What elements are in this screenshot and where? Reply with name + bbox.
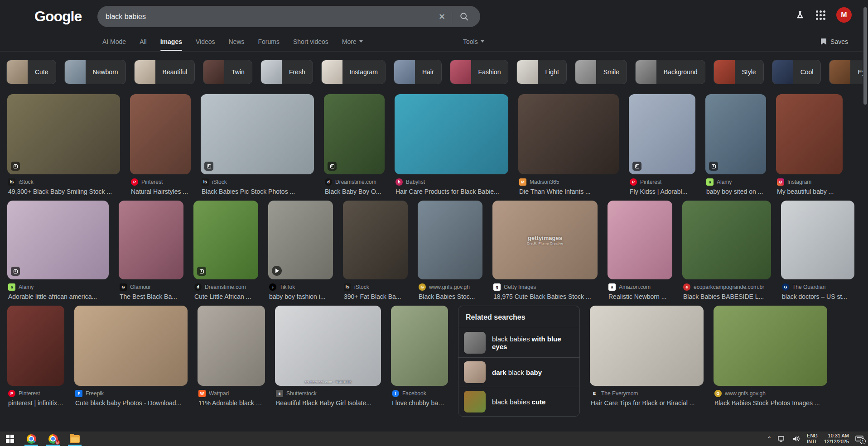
result-thumbnail[interactable] — [130, 94, 191, 174]
search-icon[interactable] — [452, 12, 472, 22]
result-thumbnail[interactable] — [714, 306, 827, 386]
labs-icon[interactable] — [795, 10, 805, 20]
result-title[interactable]: Die Than White Infants ... — [519, 188, 618, 195]
saves-button[interactable]: Saves — [820, 32, 848, 51]
result-title[interactable]: Realistic Newborn ... — [608, 293, 671, 300]
image-result[interactable]: PPinterestFly Kidss | Adorabl... — [629, 94, 695, 195]
image-result[interactable]: ♪TikTokbaby boy fashion i... — [268, 201, 333, 300]
filter-chip-instagram[interactable]: Instagram — [321, 60, 386, 84]
filter-chip-cool[interactable]: Cool — [772, 60, 821, 84]
speaker-icon[interactable] — [792, 436, 800, 442]
result-title[interactable]: baby boy sited on ... — [706, 188, 765, 195]
scrollbar-thumb[interactable] — [863, 7, 867, 105]
tools-button[interactable]: Tools — [463, 32, 484, 51]
apps-grid-icon[interactable] — [816, 10, 825, 20]
result-thumbnail[interactable] — [198, 306, 265, 386]
result-title[interactable]: 18,975 Cute Black Babies Stock ... — [493, 293, 597, 300]
filter-chip-cute[interactable]: Cute — [6, 60, 56, 84]
tab-more[interactable]: More — [342, 32, 363, 51]
search-input[interactable] — [106, 13, 432, 21]
language-indicator[interactable]: ENG INTL — [807, 433, 818, 445]
result-thumbnail[interactable] — [776, 94, 843, 174]
result-title[interactable]: Hair Care Products for Black Babie... — [395, 188, 507, 195]
filter-chip-background[interactable]: Background — [635, 60, 705, 84]
image-result[interactable]: aAmazon.comRealistic Newborn ... — [608, 201, 672, 300]
tab-news[interactable]: News — [229, 32, 245, 51]
result-title[interactable]: Black Babies BABESIDE L... — [683, 293, 770, 300]
image-result[interactable]: fFacebookI love chubby babi... — [391, 306, 448, 407]
result-title[interactable]: Hair Care Tips for Black or Biracial ... — [591, 399, 703, 407]
image-result[interactable]: ⊙InstagramMy beautiful baby ... — [776, 94, 843, 195]
taskbar-chrome[interactable] — [21, 432, 42, 446]
related-search-item[interactable]: black babies cute — [458, 387, 579, 416]
result-title[interactable]: Fly Kidss | Adorabl... — [630, 188, 694, 195]
result-thumbnail[interactable] — [629, 94, 695, 174]
image-result[interactable]: WWattpad11% Adorable black ba... — [198, 306, 265, 407]
image-result[interactable]: GThe Guardianblack doctors – US st... — [781, 201, 854, 300]
tab-forums[interactable]: Forums — [258, 32, 280, 51]
search-box[interactable]: ✕ — [97, 6, 480, 27]
result-thumbnail[interactable] — [324, 94, 385, 174]
image-result[interactable]: FFreepikCute black baby Photos - Downloa… — [74, 306, 188, 407]
result-title[interactable]: 49,300+ Black Baby Smiling Stock ... — [8, 188, 119, 195]
result-thumbnail[interactable] — [682, 201, 771, 279]
result-thumbnail[interactable]: shutterstock.com · 78481036 — [275, 306, 381, 386]
result-title[interactable]: The Best Black Ba... — [120, 293, 183, 300]
result-thumbnail[interactable] — [391, 306, 448, 386]
image-result[interactable]: iSiStockBlack Babies Pic Stock Photos ..… — [201, 94, 314, 195]
filter-chip-hair[interactable]: Hair — [394, 60, 442, 84]
result-thumbnail[interactable] — [7, 94, 120, 174]
image-result[interactable]: iSiStock390+ Fat Black Ba... — [343, 201, 408, 300]
image-result[interactable]: Gwww.gnfs.gov.ghBlack Babies Stock Photo… — [714, 306, 827, 407]
result-title[interactable]: Beautiful Black Baby Girl Isolate... — [276, 399, 380, 407]
result-title[interactable]: baby boy fashion i... — [269, 293, 332, 300]
account-avatar[interactable]: M — [836, 7, 852, 23]
filter-chip-style[interactable]: Style — [714, 60, 764, 84]
tab-images[interactable]: Images — [160, 32, 182, 51]
image-result[interactable]: EThe EverymomHair Care Tips for Black or… — [590, 306, 704, 407]
result-title[interactable]: Black Babies Stock Photos Images ... — [714, 399, 826, 407]
clock[interactable]: 10:31 AM 12/12/2025 — [824, 433, 849, 445]
result-title[interactable]: My beautiful baby ... — [777, 188, 842, 195]
result-title[interactable]: Black Babies Stoc... — [419, 293, 482, 300]
scrollbar[interactable] — [863, 0, 868, 432]
result-title[interactable]: Black Baby Boy O... — [325, 188, 384, 195]
result-thumbnail[interactable] — [7, 201, 109, 279]
image-result[interactable]: eecoparkcampogrande.com.brBlack Babies B… — [682, 201, 771, 300]
filter-chip-twin[interactable]: Twin — [203, 60, 252, 84]
result-thumbnail[interactable] — [7, 306, 64, 386]
result-title[interactable]: pinterest | infinitixk... — [8, 399, 63, 407]
result-thumbnail[interactable] — [608, 201, 672, 279]
result-title[interactable]: 11% Adorable black ba... — [198, 399, 264, 407]
result-title[interactable]: 390+ Fat Black Ba... — [344, 293, 407, 300]
filter-chip-newborn[interactable]: Newborn — [64, 60, 126, 84]
result-title[interactable]: black doctors – US st... — [782, 293, 854, 300]
image-result[interactable]: GGlamourThe Best Black Ba... — [119, 201, 183, 300]
clear-search-icon[interactable]: ✕ — [432, 12, 452, 22]
result-thumbnail[interactable] — [395, 94, 508, 174]
tray-expand-icon[interactable]: ⌃ — [767, 436, 772, 442]
image-result[interactable]: aAlamybaby boy sited on ... — [705, 94, 766, 195]
filter-chip-light[interactable]: Light — [516, 60, 566, 84]
google-logo[interactable]: Google — [34, 8, 82, 25]
filter-chip-beautiful[interactable]: Beautiful — [134, 60, 195, 84]
result-thumbnail[interactable] — [518, 94, 619, 174]
result-thumbnail[interactable] — [193, 201, 258, 279]
result-thumbnail[interactable] — [781, 201, 854, 279]
result-title[interactable]: Black Babies Pic Stock Photos ... — [202, 188, 313, 195]
start-button[interactable] — [0, 432, 20, 446]
result-thumbnail[interactable] — [268, 201, 333, 279]
network-icon[interactable] — [778, 436, 786, 442]
taskbar-chrome-profile[interactable]: M — [43, 432, 63, 446]
result-title[interactable]: Natural Hairstyles ... — [131, 188, 190, 195]
image-result[interactable]: shutterstock.com · 78481036sShutterstock… — [275, 306, 381, 407]
result-thumbnail[interactable]: gettyimagesCredit: Plume Creative — [492, 201, 598, 279]
image-result[interactable]: dDreamstime.comBlack Baby Boy O... — [324, 94, 385, 195]
result-title[interactable]: I love chubby babi... — [392, 399, 447, 407]
related-search-item[interactable]: black babies with blue eyes — [458, 328, 579, 357]
tab-short-videos[interactable]: Short videos — [293, 32, 328, 51]
taskbar-file-explorer[interactable] — [64, 432, 85, 446]
result-thumbnail[interactable] — [705, 94, 766, 174]
tab-all[interactable]: All — [140, 32, 147, 51]
result-thumbnail[interactable] — [201, 94, 314, 174]
